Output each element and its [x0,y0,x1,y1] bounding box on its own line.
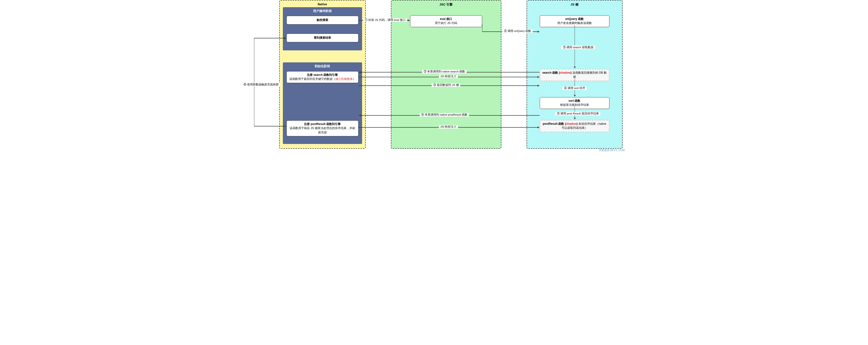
watermark: 开发老张 DEV‑L.COM [598,148,624,152]
edge-step4-label: ④ 调用 sort 排序 [563,87,587,90]
edge-step6-label: ⑥ 使用新数据触发页面刷新 [242,83,280,87]
node-sort-title: sort 函数 [568,99,580,102]
edge-step3c-label: ③ 调用 search 获取数据 [561,45,595,49]
lane-js-title: JS 侧 [528,2,621,7]
node-register-search-title: 注册 search 函数到引擎 [307,73,338,76]
edge-step3b-label: ③ 返回数据到 JS 侧 [432,83,460,87]
diagram-root: Native JSC 引擎 JS 侧 用户操作阶段 初始化阶段 触发搜索 看到搜… [242,0,626,153]
node-postresult-shadow: postResult 函数 (shadow) 发送排序结果（native 可以获… [540,120,610,132]
node-see-result-label: 看到搜索结果 [314,36,331,40]
node-search-shadow-title: search 函数 (shadow) [542,71,572,74]
edge-step2-label: ② 调用 onQuery 函数 [502,29,533,33]
edge-step5b-label: ⑤ 本质调用到 native postResult 函数 [420,113,469,116]
node-register-postresult-title: 注册 postResult 函数到引擎 [304,123,341,126]
node-register-postresult-sub: 该函数用于响应 JS 侧算法处理后的排序结果，并刷新页面 [289,126,356,135]
node-onquery-title: onQuery 函数 [565,17,584,21]
edge-jsi-post-label: JSI 映射注入 [439,125,458,129]
node-register-search-sub: 该函数用于返回对应关键字的数据（核心性能瓶体） [289,77,356,81]
node-register-search: 注册 search 函数到引擎 该函数用于返回对应关键字的数据（核心性能瓶体） [286,71,359,83]
phase-init-title: 初始化阶段 [285,64,360,68]
node-eval-title: eval 接口 [440,17,452,21]
node-postresult-shadow-title: postResult 函数 (shadow) [542,122,579,126]
node-eval-interface: eval 接口 用于执行 JS 代码 [410,15,482,27]
phase-user-title: 用户操作阶段 [285,9,360,13]
node-eval-sub: 用于执行 JS 代码 [412,21,480,25]
node-register-postresult: 注册 postResult 函数到引擎 该函数用于响应 JS 侧算法处理后的排序… [286,120,359,136]
lane-jsc-title: JSC 引擎 [393,2,499,7]
edge-jsi-search-label: JSI 映射注入 [439,75,458,78]
edge-step1-label: ① 封装 JS 代码，调用 eval 接口 [363,18,407,22]
phase-user-action: 用户操作阶段 [283,7,362,50]
lane-native-title: Native [281,2,364,6]
node-see-result: 看到搜索结果 [286,34,359,42]
node-search-shadow-sub: 该函数返回搜索到的 DB 数据 [572,71,607,78]
edge-step5a-label: ⑤ 调用 post Result 返回排序结果 [555,112,600,115]
node-trigger-search: 触发搜索 [286,16,359,25]
node-trigger-search-label: 触发搜索 [317,18,328,22]
edge-step3a-label: ③ 本质调用到 native search 函数 [422,70,467,73]
